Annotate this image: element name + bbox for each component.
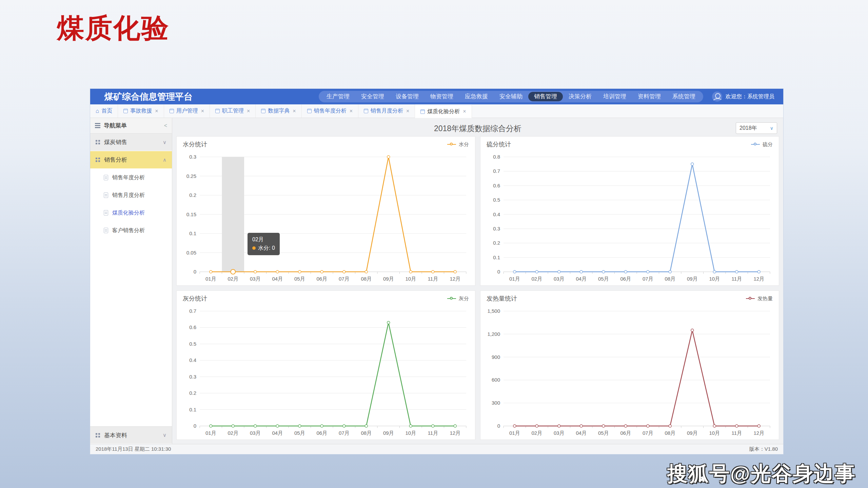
svg-text:02月: 02月 xyxy=(228,430,238,436)
tab-annual-sales-analysis[interactable]: 销售年度分析 × xyxy=(302,104,358,118)
svg-text:0.6: 0.6 xyxy=(189,324,196,330)
nav-item-decision-analysis[interactable]: 决策分析 xyxy=(563,92,597,101)
svg-text:10月: 10月 xyxy=(405,430,416,436)
svg-text:11月: 11月 xyxy=(731,430,742,436)
nav-item-safety-assist[interactable]: 安全辅助 xyxy=(494,92,528,101)
nav-item-materials-management[interactable]: 物资管理 xyxy=(425,92,459,101)
line-chart-ash[interactable]: 00.10.20.30.40.50.60.701月02月03月04月05月06月… xyxy=(177,306,475,440)
close-icon[interactable]: × xyxy=(247,108,250,114)
status-bar: 2018年11月13日 星期二 10:31:30 版本：V1.80 xyxy=(90,444,783,454)
svg-text:0.1: 0.1 xyxy=(189,230,196,236)
nav-item-sales-management[interactable]: 销售管理 xyxy=(528,92,563,101)
nav-item-production-management[interactable]: 生产管理 xyxy=(321,92,355,101)
close-icon[interactable]: × xyxy=(406,108,409,114)
svg-text:1,500: 1,500 xyxy=(487,308,500,314)
svg-text:0: 0 xyxy=(194,423,196,429)
nav-item-safety-management[interactable]: 安全管理 xyxy=(355,92,390,101)
sidebar-item-annual-sales-analysis[interactable]: 销售年度分析 xyxy=(90,169,172,186)
user-avatar-icon[interactable] xyxy=(712,92,722,102)
svg-text:07月: 07月 xyxy=(643,276,653,282)
user-area: 欢迎您：系统管理员 xyxy=(712,92,783,102)
tab-home[interactable]: ⌂ 首页 xyxy=(90,104,118,118)
chevron-down-icon: ∨ xyxy=(770,125,773,131)
charts-grid: 水分统计 水分 00.050.10.150.20.250.301月02月03月0… xyxy=(176,136,779,440)
svg-text:0.7: 0.7 xyxy=(493,168,500,174)
nav-item-system-management[interactable]: 系统管理 xyxy=(667,92,701,101)
sidebar-item-monthly-sales-analysis[interactable]: 销售月度分析 xyxy=(90,186,172,204)
svg-text:0: 0 xyxy=(194,269,196,274)
sidebar-item-coal-quality-analysis[interactable]: 煤质化验分析 xyxy=(90,204,172,222)
card-header: 发热量统计 发热量 xyxy=(480,291,779,306)
grid-icon xyxy=(96,158,100,162)
close-icon[interactable]: × xyxy=(293,108,296,114)
document-icon xyxy=(104,192,108,198)
welcome-text: 欢迎您：系统管理员 xyxy=(726,93,774,100)
legend-calorific[interactable]: 发热量 xyxy=(746,296,773,302)
svg-text:10月: 10月 xyxy=(709,430,720,436)
legend-marker-icon xyxy=(746,297,755,300)
watermark: 搜狐号@光谷身边事 xyxy=(667,460,856,488)
svg-text:10月: 10月 xyxy=(405,276,416,282)
sidebar-item-customer-sales-analysis[interactable]: 客户销售分析 xyxy=(90,222,172,239)
app-window: 煤矿综合信息管理平台 生产管理 安全管理 设备管理 物资管理 应急救援 安全辅助… xyxy=(90,88,784,454)
close-icon[interactable]: × xyxy=(463,108,466,115)
tab-coal-quality-analysis[interactable]: 煤质化验分析 × xyxy=(415,104,472,118)
page-headline: 煤质化验 xyxy=(57,10,170,47)
legend-ash[interactable]: 灰分 xyxy=(447,296,469,302)
content-header: 2018年煤质数据综合分析 2018年 ∨ xyxy=(176,121,779,136)
document-icon xyxy=(123,109,128,113)
sidebar-group-sales-analysis[interactable]: 销售分析 ∧ xyxy=(90,151,172,169)
svg-text:06月: 06月 xyxy=(620,276,631,282)
document-icon xyxy=(420,109,425,114)
svg-text:06月: 06月 xyxy=(316,276,327,282)
close-icon[interactable]: × xyxy=(201,108,204,114)
document-icon xyxy=(307,109,312,113)
tab-data-dictionary[interactable]: 数据字典 × xyxy=(256,104,301,118)
tab-accident-rescue[interactable]: 事故救援 × xyxy=(118,104,164,118)
chart-title: 灰分统计 xyxy=(183,294,207,303)
close-icon[interactable]: × xyxy=(155,108,158,114)
card-header: 水分统计 水分 xyxy=(177,137,475,152)
svg-text:09月: 09月 xyxy=(687,276,698,282)
document-icon xyxy=(261,109,265,113)
svg-text:04月: 04月 xyxy=(272,430,283,436)
line-chart-sulfur[interactable]: 00.10.20.30.40.50.60.70.801月02月03月04月05月… xyxy=(480,152,779,285)
sidebar-group-coal-sales[interactable]: 煤炭销售 ∨ xyxy=(90,134,172,151)
close-icon[interactable]: × xyxy=(350,108,353,114)
tab-staff-management[interactable]: 职工管理 × xyxy=(210,104,256,118)
legend-marker-icon xyxy=(751,143,760,146)
svg-text:09月: 09月 xyxy=(687,430,698,436)
svg-text:0: 0 xyxy=(497,269,500,274)
tab-user-management[interactable]: 用户管理 × xyxy=(164,104,210,118)
legend-sulfur[interactable]: 硫分 xyxy=(751,141,773,148)
svg-text:0.3: 0.3 xyxy=(493,226,500,231)
nav-item-document-management[interactable]: 资料管理 xyxy=(632,92,667,101)
svg-text:08月: 08月 xyxy=(361,430,372,436)
collapse-icon[interactable]: < xyxy=(164,123,167,129)
svg-text:900: 900 xyxy=(492,354,500,360)
line-chart-moisture[interactable]: 00.050.10.150.20.250.301月02月03月04月05月06月… xyxy=(177,152,475,285)
svg-text:12月: 12月 xyxy=(753,430,764,436)
svg-text:11月: 11月 xyxy=(428,430,438,436)
grid-icon xyxy=(96,433,100,438)
sidebar: 导航菜单 < 煤炭销售 ∨ 销售分析 ∧ 销售年度分析 销售月度分析 xyxy=(90,118,172,444)
line-chart-calorific[interactable]: 03006009001,2001,50001月02月03月04月05月06月07… xyxy=(480,306,779,440)
sidebar-group-basic-info[interactable]: 基本资料 ∨ xyxy=(90,426,172,444)
year-select[interactable]: 2018年 ∨ xyxy=(736,122,777,134)
tab-monthly-sales-analysis[interactable]: 销售月度分析 × xyxy=(358,104,415,118)
chart-card-ash: 灰分统计 灰分 00.10.20.30.40.50.60.701月02月03月0… xyxy=(176,290,475,440)
svg-text:07月: 07月 xyxy=(643,430,653,436)
document-icon xyxy=(215,109,220,113)
svg-text:0.05: 0.05 xyxy=(186,250,196,256)
nav-item-emergency-rescue[interactable]: 应急救援 xyxy=(459,92,494,101)
svg-text:04月: 04月 xyxy=(576,276,587,282)
svg-text:12月: 12月 xyxy=(450,276,460,282)
nav-item-training-management[interactable]: 培训管理 xyxy=(597,92,632,101)
chart-title: 硫分统计 xyxy=(487,140,511,148)
svg-text:08月: 08月 xyxy=(361,276,372,282)
svg-text:0.4: 0.4 xyxy=(189,357,196,363)
app-title: 煤矿综合信息管理平台 xyxy=(90,91,193,103)
svg-text:0.8: 0.8 xyxy=(493,154,500,160)
nav-item-equipment-management[interactable]: 设备管理 xyxy=(390,92,425,101)
legend-moisture[interactable]: 水分 xyxy=(447,141,469,148)
